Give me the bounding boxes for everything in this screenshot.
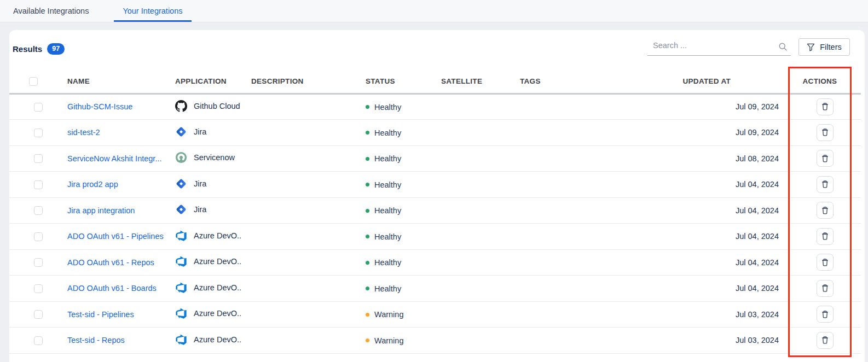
row-checkbox[interactable] [34,336,43,345]
delete-button[interactable] [817,202,834,219]
column-header-name[interactable]: NAME [57,70,165,94]
status-dot [366,105,369,109]
satellite-cell [431,172,510,198]
row-checkbox[interactable] [34,180,43,189]
row-checkbox[interactable] [34,310,43,319]
azure-devops-icon [175,307,187,319]
column-header-tags[interactable]: TAGS [510,70,605,94]
integrations-page: Available Integrations Your Integrations… [0,0,868,362]
tags-cell [510,249,605,276]
tags-cell [510,328,605,354]
column-header-updated-at[interactable]: UPDATED AT [605,70,779,94]
integration-name-link[interactable]: ServiceNow Akshit Integr... [67,154,161,163]
updated-at: Jul 04, 2024 [605,172,779,198]
delete-button[interactable] [817,150,834,167]
status-dot [366,183,369,186]
status-dot [366,287,369,290]
status-label: Healthy [374,180,401,189]
status-label: Warning [374,336,403,345]
tags-cell [510,120,605,146]
jira-icon [175,126,187,138]
integration-name-link[interactable]: ADO OAuth v61 - Pipelines [67,232,164,241]
column-header-status[interactable]: STATUS [356,70,431,94]
table-row: sid-test-2JiraHealthyJul 09, 2024 [9,120,861,146]
updated-at: Jul 03, 2024 [605,328,779,354]
delete-button[interactable] [817,332,834,349]
delete-button[interactable] [817,280,834,297]
row-checkbox[interactable] [34,154,43,163]
filter-funnel-icon [807,43,815,51]
jira-icon [175,203,187,215]
tags-cell [510,172,605,198]
row-checkbox[interactable] [34,129,43,137]
updated-at: Jul 04, 2024 [605,197,779,224]
tags-cell [510,145,605,172]
satellite-cell [431,276,510,302]
satellite-cell [431,224,510,250]
tags-cell [510,94,605,120]
satellite-cell [431,301,510,328]
select-all-checkbox[interactable] [29,77,38,86]
delete-button[interactable] [817,124,834,141]
satellite-cell [431,197,510,224]
description-cell [241,120,356,146]
column-header-satellite[interactable]: SATELLITE [431,70,510,94]
tab-available-integrations[interactable]: Available Integrations [4,0,97,22]
delete-button[interactable] [817,306,834,323]
integration-name-link[interactable]: Test-sid - Repos [67,336,125,345]
delete-button[interactable] [817,176,834,193]
table-header-row: NAME APPLICATION DESCRIPTION STATUS SATE… [9,70,861,94]
row-checkbox[interactable] [34,206,43,215]
tab-your-integrations[interactable]: Your Integrations [114,0,191,22]
integration-name-link[interactable]: Github-SCM-Issue [67,102,132,111]
application-label: Azure DevO... [194,283,241,292]
status-label: Warning [374,310,403,319]
delete-button[interactable] [817,228,834,245]
updated-at: Jul 04, 2024 [605,276,779,302]
results-summary: Results 97 [13,41,65,56]
row-checkbox[interactable] [34,232,43,241]
column-header-description[interactable]: DESCRIPTION [241,70,356,94]
status-dot [366,209,369,213]
status-label: Healthy [374,232,401,241]
azure-devops-icon [175,230,187,242]
table-row: Jira app integrationJiraHealthyJul 04, 2… [9,197,861,224]
search-field [647,39,791,56]
jira-icon [175,178,187,190]
description-cell [241,249,356,276]
status-dot [366,313,369,317]
status-dot [366,157,369,161]
servicenow-icon [175,151,187,164]
description-cell [241,276,356,302]
column-header-application[interactable]: APPLICATION [165,70,241,94]
satellite-cell [431,94,510,120]
tags-cell [510,301,605,328]
integration-name-link[interactable]: Jira app integration [67,206,135,215]
status-dot [366,235,369,238]
description-cell [241,224,356,250]
integration-name-link[interactable]: Test-sid - Pipelines [67,310,134,319]
integration-name-link[interactable]: ADO OAuth v61 - Repos [67,258,154,267]
integration-name-link[interactable]: Jira prod2 app [67,180,118,189]
row-checkbox[interactable] [34,258,43,267]
satellite-cell [431,145,510,172]
integration-name-link[interactable]: sid-test-2 [67,128,100,137]
integration-name-link[interactable]: ADO OAuth v61 - Boards [67,284,157,293]
row-checkbox[interactable] [34,284,43,293]
status-label: Healthy [374,129,401,137]
description-cell [241,94,356,120]
delete-button[interactable] [817,254,834,271]
application-label: Jira [194,205,206,214]
updated-at: Jul 09, 2024 [605,120,779,146]
application-label: Azure DevO... [194,309,241,318]
delete-button[interactable] [817,98,834,115]
filters-button[interactable]: Filters [798,38,850,56]
row-checkbox[interactable] [34,103,43,112]
updated-at: Jul 04, 2024 [605,224,779,250]
search-input[interactable] [647,39,791,55]
tags-cell [510,197,605,224]
description-cell [241,197,356,224]
status-dot [366,261,369,265]
table-row: ADO OAuth v61 - ReposAzure DevO...Health… [9,249,861,276]
description-cell [241,145,356,172]
